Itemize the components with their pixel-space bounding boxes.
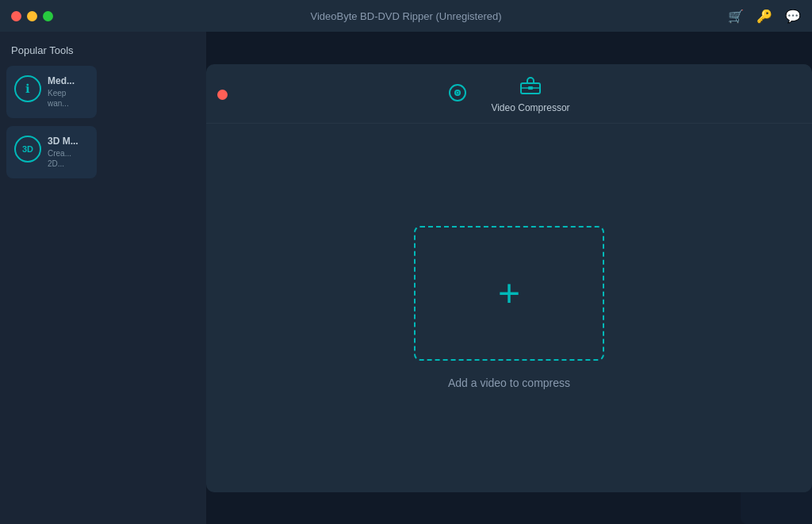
drop-zone-plus-icon: + xyxy=(498,274,520,312)
3d-card-title: 3D M... xyxy=(48,136,89,147)
sidebar-card-media[interactable]: ℹ Med... Keep wan... xyxy=(6,66,97,118)
modal-overlay: Video Compressor + Add a video to compre… xyxy=(206,32,812,524)
sidebar: Popular Tools ℹ Med... Keep wan... 3D 3D… xyxy=(0,32,103,524)
main-content: ith your xyxy=(103,32,812,524)
modal-tabs: Video Compressor xyxy=(448,77,569,113)
sidebar-card-3d-content: 3D M... Crea... 2D... xyxy=(48,136,89,169)
sidebar-section-title: Popular Tools xyxy=(0,44,103,66)
sidebar-card-3d[interactable]: 3D 3D M... Crea... 2D... xyxy=(6,126,97,178)
title-bar: VideoByte BD-DVD Ripper (Unregistered) 🛒… xyxy=(0,0,812,32)
modal-body: + Add a video to compress xyxy=(206,124,812,492)
modal-tab-compressor[interactable]: Video Compressor xyxy=(491,77,569,113)
drop-zone[interactable]: + xyxy=(414,226,604,361)
3d-card-desc: Crea... 2D... xyxy=(48,148,89,169)
compressor-tab-icon xyxy=(520,77,541,99)
app-body: Popular Tools ℹ Med... Keep wan... 3D 3D… xyxy=(0,32,812,524)
minimize-button[interactable] xyxy=(27,11,37,21)
media-card-desc: Keep wan... xyxy=(48,88,89,109)
sidebar-card-media-content: Med... Keep wan... xyxy=(48,75,89,109)
modal-header: Video Compressor xyxy=(206,64,812,124)
svg-point-2 xyxy=(457,91,459,94)
maximize-button[interactable] xyxy=(43,11,53,21)
modal-tab-ripper[interactable] xyxy=(448,83,467,107)
chat-icon[interactable]: 💬 xyxy=(785,9,801,24)
modal-close-button[interactable] xyxy=(217,90,228,100)
drop-zone-label: Add a video to compress xyxy=(448,377,570,389)
compressor-tab-label: Video Compressor xyxy=(491,102,569,113)
traffic-lights xyxy=(11,11,53,21)
key-icon[interactable]: 🔑 xyxy=(756,9,772,24)
app-title: VideoByte BD-DVD Ripper (Unregistered) xyxy=(310,10,501,22)
close-button[interactable] xyxy=(11,11,21,21)
video-compressor-modal: Video Compressor + Add a video to compre… xyxy=(206,64,812,492)
3d-icon: 3D xyxy=(14,136,41,163)
svg-rect-5 xyxy=(528,86,533,90)
cart-icon[interactable]: 🛒 xyxy=(728,9,744,24)
media-info-icon: ℹ xyxy=(14,75,41,102)
media-card-title: Med... xyxy=(48,75,89,86)
ripper-tab-icon xyxy=(448,83,467,107)
title-icons: 🛒 🔑 💬 xyxy=(728,9,801,24)
